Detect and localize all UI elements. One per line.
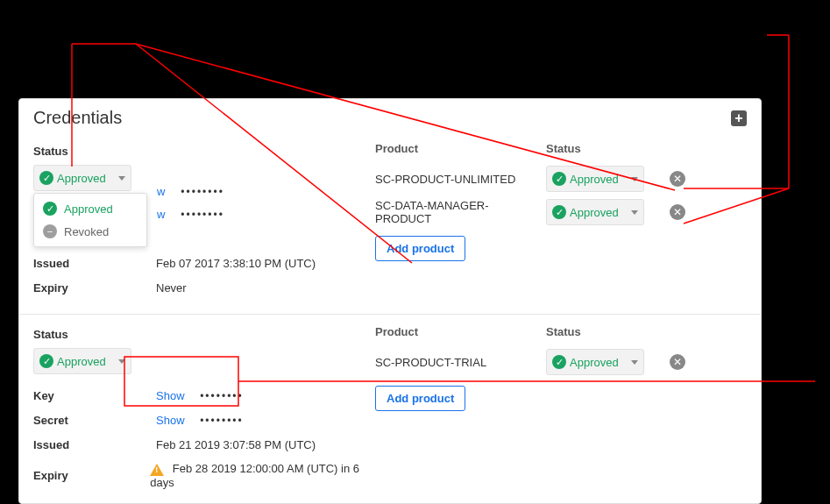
key-masked: ••••••••: [200, 390, 244, 402]
credential-row: Status ✓ Approved ✓ Approved − Revoked: [19, 131, 761, 314]
remove-product-button[interactable]: ✕: [670, 171, 685, 187]
chevron-down-icon: [118, 359, 125, 364]
show-secret-link[interactable]: Show: [156, 414, 185, 427]
status-dropdown-menu: ✓ Approved − Revoked: [33, 193, 147, 247]
show-key-link[interactable]: w: [155, 185, 165, 198]
product-status-select[interactable]: ✓ Approved: [546, 199, 644, 225]
key-masked: ••••••••: [181, 186, 224, 198]
status-option-revoked[interactable]: − Revoked: [34, 220, 146, 243]
key-label: Key: [33, 389, 156, 402]
page-title: Credentials: [33, 108, 122, 128]
status-option-approved[interactable]: ✓ Approved: [34, 197, 146, 220]
secret-label: Secret: [33, 414, 156, 427]
product-status-select[interactable]: ✓ Approved: [546, 349, 644, 375]
minus-circle-icon: −: [43, 224, 57, 238]
check-circle-icon: ✓: [552, 355, 566, 369]
check-circle-icon: ✓: [43, 202, 57, 216]
product-status-value: Approved: [570, 356, 619, 369]
show-secret-link[interactable]: w: [155, 208, 165, 221]
show-secret-partial: w ••••••••: [155, 207, 224, 221]
check-circle-icon: ✓: [552, 205, 566, 219]
product-row: SC-PRODUCT-UNLIMITED ✓ Approved ✕: [375, 162, 747, 195]
status-label: Status: [33, 328, 68, 341]
product-status-value: Approved: [570, 173, 619, 186]
expiry-label: Expiry: [33, 281, 156, 295]
secret-masked: ••••••••: [200, 415, 244, 427]
issued-value: Feb 21 2019 3:07:58 PM (UTC): [156, 438, 316, 451]
status-label: Status: [33, 145, 68, 158]
chevron-down-icon: [631, 360, 638, 365]
expiry-value: Feb 28 2019 12:00:00 AM (UTC) in 6 days: [150, 462, 359, 489]
check-circle-icon: ✓: [39, 354, 53, 368]
add-product-button[interactable]: Add product: [375, 236, 465, 261]
issued-value: Feb 07 2017 3:38:10 PM (UTC): [156, 257, 316, 270]
product-status-select[interactable]: ✓ Approved: [546, 166, 644, 192]
product-status-header: Status: [546, 142, 747, 155]
add-credential-button[interactable]: +: [731, 110, 747, 126]
status-value: Approved: [57, 172, 106, 185]
product-header: Product: [375, 325, 546, 338]
product-row: SC-PRODUCT-TRIAL ✓ Approved ✕: [375, 345, 747, 379]
product-status-header: Status: [546, 325, 747, 338]
warning-icon: [150, 464, 164, 476]
product-name: SC-PRODUCT-TRIAL: [375, 356, 546, 369]
show-key-link[interactable]: Show: [156, 389, 185, 402]
issued-label: Issued: [33, 438, 156, 451]
add-product-button[interactable]: Add product: [375, 386, 465, 411]
expiry-label: Expiry: [33, 469, 150, 482]
product-name: SC-DATA-MANAGER-PRODUCT: [375, 199, 546, 225]
product-row: SC-DATA-MANAGER-PRODUCT ✓ Approved ✕: [375, 195, 747, 229]
credential-status-select[interactable]: ✓ Approved: [33, 348, 131, 374]
show-key-partial: w ••••••••: [155, 184, 224, 198]
issued-label: Issued: [33, 257, 156, 270]
product-status-value: Approved: [570, 206, 619, 219]
product-name: SC-PRODUCT-UNLIMITED: [375, 173, 546, 186]
chevron-down-icon: [631, 210, 638, 215]
credential-row: Status ✓ Approved Key Show •••••••• Secr…: [19, 314, 761, 503]
check-circle-icon: ✓: [39, 171, 53, 185]
remove-product-button[interactable]: ✕: [670, 204, 685, 220]
secret-masked: ••••••••: [181, 209, 224, 221]
status-value: Approved: [57, 355, 106, 368]
chevron-down-icon: [118, 176, 125, 181]
product-header: Product: [375, 142, 546, 155]
credentials-panel: Credentials + Status ✓ Approved ✓ Approv…: [18, 98, 762, 504]
remove-product-button[interactable]: ✕: [670, 354, 685, 370]
expiry-value: Never: [156, 281, 187, 295]
check-circle-icon: ✓: [552, 172, 566, 186]
chevron-down-icon: [631, 177, 638, 181]
credential-status-select[interactable]: ✓ Approved: [33, 165, 131, 191]
